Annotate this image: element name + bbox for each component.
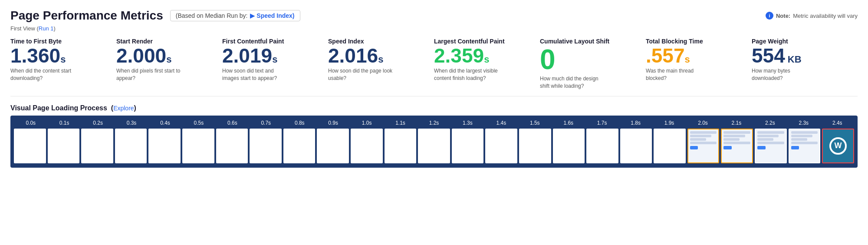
frame-24[interactable]: W <box>822 129 854 163</box>
frame-19[interactable] <box>654 129 686 163</box>
metric-desc-3: How soon did the page look usable? <box>328 67 398 82</box>
visual-section-header: Visual Page Loading Process (Explore) <box>10 104 858 112</box>
metric-value-1: 2.000s <box>116 46 215 66</box>
metric-desc-7: How many bytes downloaded? <box>752 67 821 82</box>
frame-6[interactable] <box>216 129 248 163</box>
timeline-label-3: 0.3s <box>115 120 148 126</box>
timeline-label-2: 0.2s <box>81 120 115 126</box>
metric-item-6: Total Blocking Time.557sWas the main thr… <box>646 38 752 90</box>
frame-0[interactable] <box>14 129 46 163</box>
metric-value-7: 554 KB <box>752 46 851 66</box>
timeline-label-4: 0.4s <box>148 120 182 126</box>
frame-3[interactable] <box>115 129 147 163</box>
metric-desc-0: When did the content start downloading? <box>10 67 80 82</box>
timeline-label-14: 1.4s <box>484 120 518 126</box>
frame-18[interactable] <box>620 129 652 163</box>
timeline-label-7: 0.7s <box>249 120 283 126</box>
metric-label-3: Speed Index <box>328 38 427 45</box>
page-wrapper: Page Performance Metrics (Based on Media… <box>0 0 868 168</box>
frame-16[interactable] <box>553 129 585 163</box>
timeline-label-11: 1.1s <box>384 120 417 126</box>
metric-label-2: First Contentful Paint <box>222 38 321 45</box>
header-row: Page Performance Metrics (Based on Media… <box>10 9 858 23</box>
run-1-link[interactable]: Run 1 <box>39 25 54 32</box>
frame-17[interactable] <box>586 129 618 163</box>
frame-20[interactable] <box>687 129 720 163</box>
frame-5[interactable] <box>182 129 214 163</box>
metric-value-4: 2.359s <box>434 46 533 66</box>
info-icon: i <box>766 12 773 20</box>
timeline-label-15: 1.5s <box>518 120 552 126</box>
metric-value-6: .557s <box>646 46 745 66</box>
timeline-label-10: 1.0s <box>350 120 383 126</box>
frame-9[interactable] <box>317 129 349 163</box>
frame-12[interactable] <box>418 129 450 163</box>
metric-value-3: 2.016s <box>328 46 427 66</box>
frame-13[interactable] <box>452 129 484 163</box>
explore-link[interactable]: Explore <box>113 105 134 112</box>
metric-label-1: Start Render <box>116 38 215 45</box>
metric-label-4: Largest Contentful Paint <box>434 38 533 45</box>
timeline-label-0: 0.0s <box>14 120 47 126</box>
metric-item-7: Page Weight554 KBHow many bytes download… <box>752 38 858 90</box>
first-view-suffix: ) <box>53 25 55 32</box>
frame-23[interactable] <box>789 129 821 163</box>
timeline-label-22: 2.2s <box>753 120 787 126</box>
timeline-label-13: 1.3s <box>451 120 484 126</box>
metric-item-1: Start Render2.000sWhen did pixels first … <box>116 38 222 90</box>
metric-desc-2: How soon did text and images start to ap… <box>222 67 292 82</box>
median-text: (Based on Median Run by: <box>176 12 248 19</box>
frame-1[interactable] <box>48 129 80 163</box>
first-view-prefix: First View ( <box>10 25 39 32</box>
page-title: Page Performance Metrics <box>10 9 163 23</box>
speed-index-link[interactable]: ▶ Speed Index) <box>250 12 294 19</box>
frame-22[interactable] <box>755 129 787 163</box>
timeline-label-12: 1.2s <box>417 120 450 126</box>
timeline-label-5: 0.5s <box>182 120 215 126</box>
frame-11[interactable] <box>385 129 417 163</box>
frame-14[interactable] <box>485 129 517 163</box>
first-view-row: First View (Run 1) <box>10 25 858 32</box>
metric-desc-6: Was the main thread blocked? <box>646 67 715 82</box>
timeline-label-18: 1.8s <box>619 120 652 126</box>
metric-desc-1: When did pixels first start to appear? <box>116 67 186 82</box>
timeline-label-20: 2.0s <box>686 120 720 126</box>
frame-2[interactable] <box>81 129 113 163</box>
note-label: Note: <box>776 13 790 19</box>
note-area: i Note: Metric availability will vary <box>766 12 858 20</box>
frame-15[interactable] <box>519 129 551 163</box>
metric-desc-5: How much did the design shift while load… <box>540 75 609 90</box>
metric-item-5: Cumulative Layout Shift0How much did the… <box>540 38 646 90</box>
note-text: Metric availability will vary <box>793 13 858 19</box>
metric-label-6: Total Blocking Time <box>646 38 745 45</box>
metric-item-3: Speed Index2.016sHow soon did the page l… <box>328 38 434 90</box>
timeline-label-24: 2.4s <box>821 120 854 126</box>
frame-10[interactable] <box>351 129 383 163</box>
metric-value-0: 1.360s <box>10 46 109 66</box>
timeline-label-21: 2.1s <box>720 120 753 126</box>
metrics-row: Time to First Byte1.360sWhen did the con… <box>10 38 858 96</box>
timeline-label-8: 0.8s <box>283 120 316 126</box>
frame-8[interactable] <box>283 129 316 163</box>
header-left: Page Performance Metrics (Based on Media… <box>10 9 300 23</box>
filmstrip-timeline: 0.0s0.1s0.2s0.3s0.4s0.5s0.6s0.7s0.8s0.9s… <box>14 120 854 126</box>
frame-21[interactable] <box>721 129 753 163</box>
metric-item-4: Largest Contentful Paint2.359sWhen did t… <box>434 38 540 90</box>
visual-section-title: Visual Page Loading Process (Explore) <box>10 104 136 112</box>
metric-desc-4: When did the largest visible content fin… <box>434 67 503 82</box>
metric-item-0: Time to First Byte1.360sWhen did the con… <box>10 38 116 90</box>
metric-value-2: 2.019s <box>222 46 321 66</box>
filmstrip-container: 0.0s0.1s0.2s0.3s0.4s0.5s0.6s0.7s0.8s0.9s… <box>10 116 858 168</box>
metric-label-7: Page Weight <box>752 38 851 45</box>
timeline-label-1: 0.1s <box>47 120 81 126</box>
timeline-label-19: 1.9s <box>652 120 686 126</box>
timeline-label-16: 1.6s <box>552 120 585 126</box>
timeline-label-9: 0.9s <box>316 120 350 126</box>
metric-item-2: First Contentful Paint2.019sHow soon did… <box>222 38 328 90</box>
timeline-label-17: 1.7s <box>585 120 618 126</box>
frame-4[interactable] <box>148 129 181 163</box>
metric-label-0: Time to First Byte <box>10 38 109 45</box>
frame-7[interactable] <box>250 129 282 163</box>
median-badge: (Based on Median Run by: ▶ Speed Index) <box>170 10 300 21</box>
timeline-label-6: 0.6s <box>216 120 249 126</box>
